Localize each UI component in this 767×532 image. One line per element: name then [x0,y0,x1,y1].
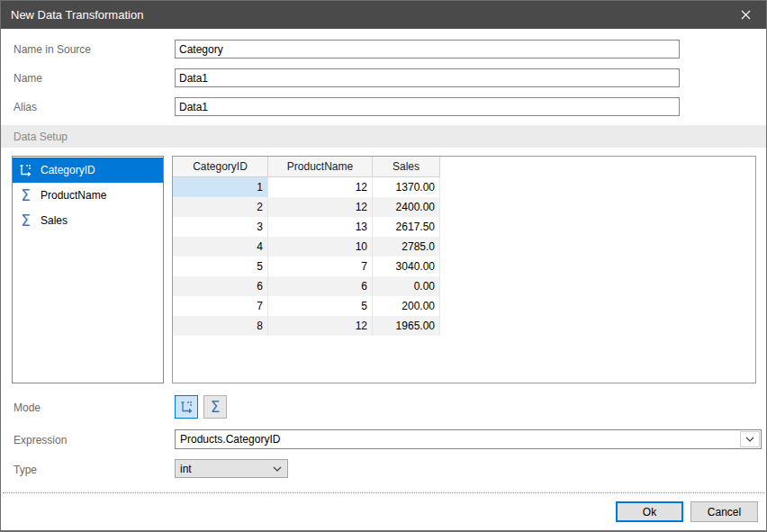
field-list-item-label: Sales [41,214,68,227]
grid-cell[interactable]: 7 [173,296,268,316]
dialog-new-data-transformation: New Data Transformation Name in Source N… [0,0,767,532]
field-list-item-label: ProductName [41,189,106,202]
grid-cell[interactable]: 12 [268,197,373,217]
sigma-icon: Σ [211,400,221,415]
expression-label: Expression [14,434,67,446]
grid-cell[interactable]: 6 [268,276,373,296]
grid-cell[interactable]: 5 [173,257,268,276]
mode-sum-button[interactable]: Σ [203,395,227,419]
grid-cell[interactable]: 1965.00 [373,316,440,336]
name-label: Name [14,72,42,85]
table-row: 1121370.00 [173,177,755,197]
expression-dropdown-button[interactable] [740,431,760,447]
alias-input[interactable] [175,97,680,116]
cancel-button[interactable]: Cancel [690,501,758,522]
grid-cell[interactable]: 2 [173,197,268,217]
grid-cell[interactable]: 12 [268,316,373,336]
grid-cell[interactable]: 10 [268,237,373,257]
type-select[interactable]: int [175,459,288,478]
grid-body: 1121370.002122400.003132617.504102785.05… [173,177,755,336]
field-list-item-label: CategoryID [41,164,95,176]
expression-combobox[interactable]: Products.CategoryID [175,429,762,449]
mode-group-button[interactable] [175,395,198,419]
window-title: New Data Transformation [1,8,143,22]
grid-cell[interactable]: 2785.0 [373,237,440,257]
footer-divider [3,492,764,493]
name-in-source-input[interactable] [175,40,680,59]
table-row: 660.00 [173,276,755,296]
grid-cell[interactable]: 13 [268,217,373,237]
grid-cell[interactable]: 12 [268,177,373,197]
preview-grid[interactable]: CategoryIDProductNameSales 1121370.00212… [172,156,756,383]
chevron-down-icon [745,437,754,442]
table-row: 4102785.0 [173,237,755,257]
type-selected-value: int [176,463,267,475]
type-label: Type [14,464,37,476]
grid-cell[interactable]: 7 [268,257,373,276]
grid-cell[interactable]: 4 [173,237,268,257]
alias-label: Alias [14,101,37,113]
grid-column-header[interactable]: ProductName [268,157,373,177]
grid-cell[interactable]: 2617.50 [373,217,440,237]
name-in-source-label: Name in Source [14,43,91,56]
grid-cell[interactable]: 0.00 [373,276,440,296]
table-row: 8121965.00 [173,316,755,336]
table-row: 3132617.50 [173,217,755,237]
group-icon [18,163,33,178]
close-button[interactable] [726,1,766,29]
grid-cell[interactable]: 200.00 [373,296,440,316]
field-list[interactable]: CategoryIDΣProductNameΣSales [12,156,164,383]
grid-cell[interactable]: 2400.00 [373,197,440,217]
mode-label: Mode [14,401,41,414]
field-list-item-sales[interactable]: ΣSales [13,208,163,233]
name-input[interactable] [175,68,680,87]
table-row: 2122400.00 [173,197,755,217]
ok-button[interactable]: Ok [616,501,683,522]
grid-cell[interactable]: 5 [268,296,373,316]
grid-column-header[interactable]: CategoryID [173,157,268,177]
field-list-item-categoryid[interactable]: CategoryID [13,158,163,183]
chevron-down-icon [267,466,287,472]
table-row: 75200.00 [173,296,755,316]
field-list-item-productname[interactable]: ΣProductName [13,183,163,208]
expression-value: Products.CategoryID [176,433,740,446]
grid-cell[interactable]: 6 [173,276,268,296]
sigma-icon: Σ [18,188,33,203]
grid-cell[interactable]: 3040.00 [373,257,440,276]
data-setup-section-label: Data Setup [1,131,68,143]
grid-cell[interactable]: 1370.00 [373,177,440,197]
sigma-icon: Σ [18,213,33,229]
close-icon [741,10,751,20]
data-setup-section-header: Data Setup [1,125,766,148]
grid-column-header[interactable]: Sales [373,157,440,177]
group-icon [179,400,194,415]
grid-cell[interactable]: 1 [173,177,268,197]
titlebar[interactable]: New Data Transformation [1,1,766,29]
grid-header-row: CategoryIDProductNameSales [173,157,755,177]
grid-cell[interactable]: 8 [173,316,268,336]
table-row: 573040.00 [173,257,755,276]
grid-cell[interactable]: 3 [173,217,268,237]
